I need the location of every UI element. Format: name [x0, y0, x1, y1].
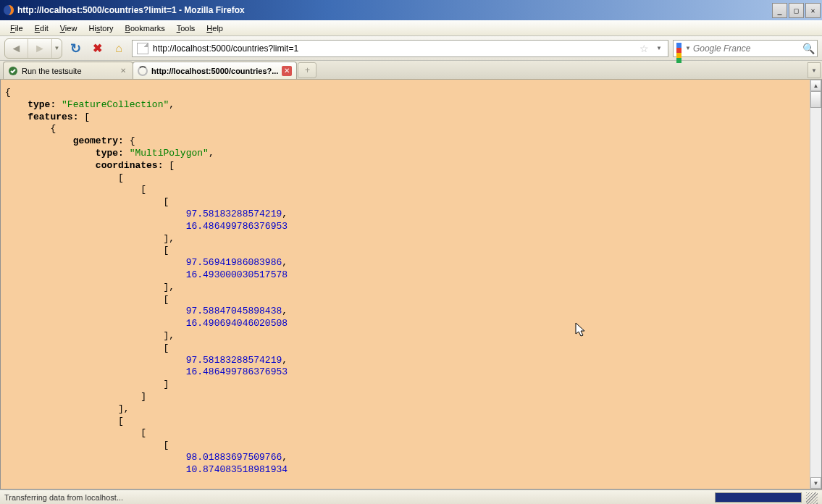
- navigation-toolbar: ◄ ► ▼ ↻ ✖ ⌂ ☆ ▼ ▼ 🔍: [0, 36, 822, 61]
- progress-bar: [715, 492, 802, 503]
- nav-history-dropdown[interactable]: ▼: [51, 39, 62, 58]
- tab-list-dropdown[interactable]: ▼: [808, 62, 821, 78]
- scroll-thumb[interactable]: [810, 91, 821, 108]
- menu-bar: Filedocument.currentScript.previousEleme…: [0, 20, 822, 36]
- page-content: { type: "FeatureCollection", features: […: [1, 80, 810, 489]
- tab-close-icon[interactable]: ✕: [282, 66, 292, 76]
- window-titlebar: http://localhost:5000/countries?limit=1 …: [0, 0, 822, 20]
- window-controls: _ □ ✕: [772, 3, 821, 18]
- menu-view[interactable]: View: [54, 22, 83, 34]
- back-button[interactable]: ◄: [5, 39, 28, 58]
- maximize-button[interactable]: □: [789, 3, 804, 18]
- status-bar: Transferring data from localhost...: [0, 490, 822, 504]
- tab-localhost[interactable]: http://localhost:5000/countries?... ✕: [133, 62, 297, 79]
- search-go-icon[interactable]: 🔍: [802, 43, 815, 54]
- new-tab-button[interactable]: +: [298, 62, 316, 78]
- forward-button[interactable]: ►: [28, 39, 51, 58]
- firefox-icon: [3, 4, 14, 16]
- loading-spinner-icon: [138, 66, 148, 76]
- address-bar[interactable]: ☆ ▼: [132, 40, 668, 57]
- menu-tools[interactable]: Tools: [171, 22, 201, 34]
- tab-label: Run the testsuite: [22, 67, 114, 75]
- menu-edit[interactable]: Edit: [29, 22, 54, 34]
- resize-grip[interactable]: [806, 492, 818, 504]
- window-title: http://localhost:5000/countries?limit=1 …: [17, 5, 772, 15]
- menu-file[interactable]: Filedocument.currentScript.previousEleme…: [4, 22, 29, 34]
- bookmark-star-icon[interactable]: ☆: [637, 43, 652, 54]
- menu-help[interactable]: Help: [201, 22, 229, 34]
- scroll-down-button[interactable]: ▼: [810, 477, 821, 489]
- search-box[interactable]: ▼ 🔍: [673, 40, 818, 57]
- close-button[interactable]: ✕: [805, 3, 821, 18]
- tab-bar: Run the testsuite ✕ http://localhost:500…: [0, 61, 822, 80]
- scroll-track[interactable]: [810, 91, 821, 477]
- menu-history[interactable]: History: [83, 22, 119, 34]
- tab-testsuite[interactable]: Run the testsuite ✕: [3, 62, 133, 79]
- url-input[interactable]: [151, 42, 637, 55]
- search-engine-dropdown[interactable]: ▼: [683, 45, 693, 51]
- tab-close-icon[interactable]: ✕: [118, 66, 128, 76]
- nav-back-forward: ◄ ► ▼: [4, 38, 62, 59]
- google-icon: [676, 43, 681, 54]
- minimize-button[interactable]: _: [772, 3, 787, 18]
- tab-favicon: [8, 66, 18, 76]
- url-dropdown[interactable]: ▼: [652, 45, 666, 51]
- stop-button[interactable]: ✖: [88, 41, 106, 55]
- search-input[interactable]: [693, 43, 802, 54]
- home-button[interactable]: ⌂: [110, 42, 127, 55]
- tab-label: http://localhost:5000/countries?...: [151, 67, 278, 75]
- menu-bookmarks[interactable]: Bookmarks: [119, 22, 171, 34]
- status-text: Transferring data from localhost...: [4, 493, 123, 502]
- vertical-scrollbar[interactable]: ▲ ▼: [810, 80, 821, 489]
- scroll-up-button[interactable]: ▲: [810, 80, 821, 91]
- page-favicon: [137, 43, 148, 54]
- reload-button[interactable]: ↻: [67, 41, 84, 56]
